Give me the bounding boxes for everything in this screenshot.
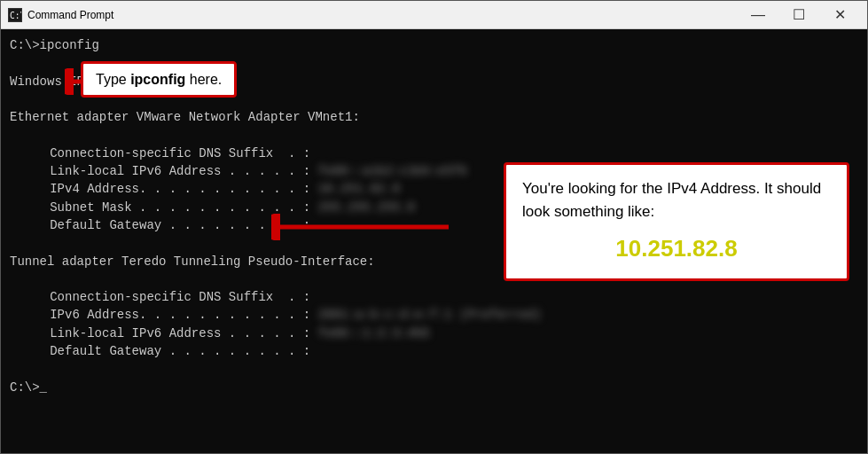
subnet-value: 255.255.255.0 [318,200,415,215]
annotation-suffix: here. [185,72,222,87]
terminal-line-1: C:\>ipconfig [10,36,858,54]
ip-example: 10.251.82.8 [522,231,831,266]
annotation-type-text: Type [96,72,130,87]
maximize-button[interactable]: ☐ [778,1,819,29]
svg-text:C:\: C:\ [10,11,21,20]
terminal-prompt: C:\>_ [10,379,858,396]
ipv6-link-value: fe80::a1b2:c3d4:e5f6 [318,164,467,178]
window-title: Command Prompt [27,9,738,21]
tunnel-ipv6-value: 2001:a:b:c:d:e:f:1 (Preferred) [318,308,542,322]
terminal-spacer-3 [10,126,858,144]
terminal-ethernet-header: Ethernet adapter VMware Network Adapter … [10,108,858,126]
titlebar: C:\ Command Prompt — ☐ ✕ [1,1,867,29]
close-button[interactable]: ✕ [819,1,860,29]
cmd-icon: C:\ [8,8,22,22]
terminal-spacer-6 [10,360,858,378]
ipv4-annotation: You're looking for the IPv4 Address. It … [504,162,849,281]
annotation-ipconfig-bold: ipconfig [130,72,185,87]
command-prompt-window: C:\ Command Prompt — ☐ ✕ C:\>ipconfig Wi… [0,0,868,454]
minimize-button[interactable]: — [738,1,778,29]
ipv4-value: 10.251.82.8 [318,182,400,196]
terminal-area[interactable]: C:\>ipconfig Windows IP Configuration Et… [1,29,867,453]
terminal-tunnel-link: Link-local IPv6 Address . . . . . : fe80… [10,325,858,342]
window-controls: — ☐ ✕ [738,1,860,29]
terminal-tunnel-dns: Connection-specific DNS Suffix . : [10,288,858,306]
tunnel-link-value: fe80::1:2:3:4%5 [318,326,430,340]
ipconfig-annotation: Type ipconfig here. [81,61,237,98]
terminal-tunnel-ipv6: IPv6 Address. . . . . . . . . . . : 2001… [10,306,858,324]
terminal-gateway2: Default Gateway . . . . . . . . . : [10,342,858,360]
terminal-dns-suffix: Connection-specific DNS Suffix . : [10,145,858,162]
arrow-to-ipv4 [271,214,449,246]
ipv4-annotation-text: You're looking for the IPv4 Address. It … [522,180,821,220]
